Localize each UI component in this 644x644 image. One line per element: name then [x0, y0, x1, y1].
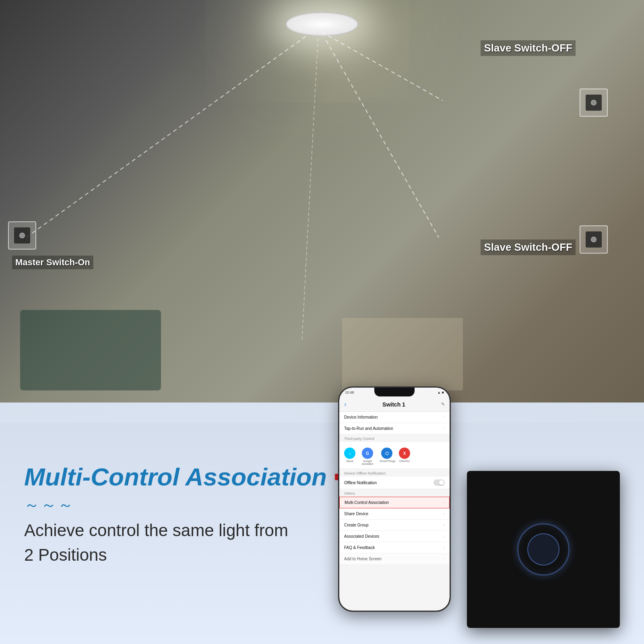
menu-item-add-home[interactable]: Add to Home Screen ›: [339, 553, 450, 565]
xiaodu-icon[interactable]: X XIAODU: [399, 448, 410, 465]
switch-ring-inner: [527, 533, 559, 566]
svg-line-1: [322, 32, 443, 101]
menu-item-tap-run[interactable]: Tap-to-Run and Automation ›: [339, 423, 450, 434]
switch-ring[interactable]: [517, 523, 570, 576]
slave-switch-top-label: Slave Switch-OFF: [481, 40, 576, 56]
sofa-decoration: [20, 310, 161, 390]
alexa-icon[interactable]: ○ Alexa: [344, 448, 355, 465]
phone-notch: [374, 388, 415, 396]
offline-toggle[interactable]: [433, 479, 445, 486]
google-icon[interactable]: G Google Assistant: [360, 448, 375, 465]
master-switch-box: [8, 221, 36, 250]
menu-item-faq[interactable]: FAQ & Feedback ›: [339, 542, 450, 553]
menu-item-device-info[interactable]: Device Information ›: [339, 412, 450, 423]
svg-line-3: [302, 38, 318, 342]
page-title: Multi-Control Association: [24, 462, 327, 491]
menu-item-create-group[interactable]: Create Group ›: [339, 520, 450, 531]
svg-line-2: [326, 40, 439, 237]
slave-switch-bottom-box: [580, 225, 608, 254]
third-party-icons-row: ○ Alexa G Google Assistant ⬡ SmartThings…: [339, 442, 450, 469]
status-time: 10:48: [345, 390, 354, 394]
phone-screen: 10:48 ▲ ■ ‹ Switch 1 ✎ Device Informatio…: [339, 388, 450, 611]
section-third-party: Third-party Control: [339, 434, 450, 442]
phone-mockup: 10:48 ▲ ■ ‹ Switch 1 ✎ Device Informatio…: [338, 386, 451, 612]
ceiling-light: [286, 12, 358, 36]
smartthings-icon[interactable]: ⬡ SmartThings: [380, 448, 394, 465]
slave-switch-bottom-label: Slave Switch-OFF: [481, 239, 576, 255]
room-background: Master Switch-On Slave Switch-OFF Slave …: [0, 0, 644, 423]
section-offline: Device Offline Notification: [339, 469, 450, 477]
master-switch-label: Master Switch-On: [12, 256, 93, 269]
table-decoration: [342, 318, 463, 390]
description: Achieve control the same light from 2 Po…: [24, 518, 288, 568]
section-others: Others: [339, 489, 450, 497]
slave-switch-top-box: [580, 89, 608, 117]
menu-item-share-device[interactable]: Share Device ›: [339, 508, 450, 520]
smart-switch-panel: [467, 471, 620, 628]
title-row: Multi-Control Association: [24, 462, 393, 491]
phone-title: Switch 1: [347, 401, 441, 408]
status-icons: ▲ ■: [437, 390, 444, 394]
phone-header: ‹ Switch 1 ✎: [339, 397, 450, 412]
offline-notification-row: Offline Notification: [339, 477, 450, 489]
wavy-decoration: ～～～: [24, 495, 75, 515]
svg-line-0: [26, 36, 306, 237]
menu-item-multi-control[interactable]: Multi-Control Association ›: [339, 497, 450, 508]
edit-button[interactable]: ✎: [441, 402, 445, 407]
menu-item-associated-devices[interactable]: Associated Devices ›: [339, 531, 450, 542]
